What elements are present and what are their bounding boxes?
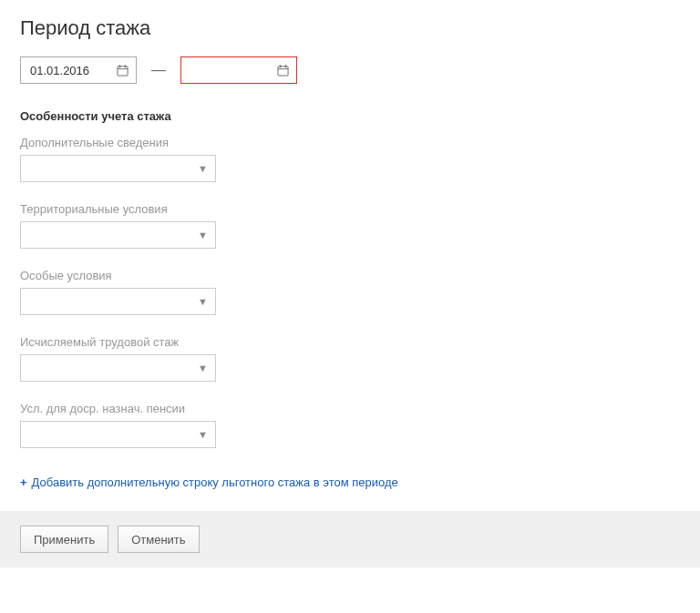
special-select[interactable]: ▼ — [20, 288, 216, 315]
add-row-label: Добавить дополнительную строку льготного… — [32, 475, 398, 489]
field-label: Особые условия — [20, 269, 680, 282]
field-label: Усл. для доср. назнач. пенсии — [20, 402, 680, 415]
svg-rect-3 — [125, 65, 126, 67]
calendar-icon[interactable] — [277, 65, 289, 77]
chevron-down-icon: ▼ — [198, 296, 208, 307]
svg-rect-7 — [285, 65, 286, 67]
cancel-button[interactable]: Отменить — [118, 526, 199, 553]
field-calculated: Исчисляемый трудовой стаж ▼ — [20, 335, 680, 382]
date-to-input[interactable] — [180, 56, 297, 84]
apply-button[interactable]: Применить — [20, 526, 108, 553]
footer-bar: Применить Отменить — [0, 511, 700, 567]
field-additional-info: Дополнительные сведения ▼ — [20, 136, 680, 182]
field-early-pension: Усл. для доср. назнач. пенсии ▼ — [20, 402, 680, 448]
chevron-down-icon: ▼ — [198, 163, 208, 174]
date-from-field[interactable] — [28, 63, 101, 78]
field-territorial: Территориальные условия ▼ — [20, 202, 680, 249]
field-label: Исчисляемый трудовой стаж — [20, 335, 680, 349]
calculated-select[interactable]: ▼ — [20, 354, 216, 382]
date-to-field[interactable] — [189, 63, 262, 78]
svg-rect-0 — [118, 66, 128, 75]
date-range-dash: — — [149, 62, 168, 78]
field-special: Особые условия ▼ — [20, 269, 680, 315]
svg-rect-2 — [119, 65, 120, 67]
date-range-row: — — [20, 56, 680, 84]
svg-rect-4 — [278, 66, 288, 75]
chevron-down-icon: ▼ — [198, 230, 208, 240]
section-title: Особенности учета стажа — [20, 109, 680, 123]
add-row-link[interactable]: + Добавить дополнительную строку льготно… — [20, 475, 398, 489]
field-label: Дополнительные сведения — [20, 136, 680, 149]
svg-rect-6 — [280, 65, 281, 67]
chevron-down-icon: ▼ — [198, 363, 208, 373]
date-from-input[interactable] — [20, 56, 137, 84]
plus-icon: + — [20, 475, 27, 489]
additional-info-select[interactable]: ▼ — [20, 155, 216, 182]
territorial-select[interactable]: ▼ — [20, 221, 216, 249]
chevron-down-icon: ▼ — [198, 429, 208, 440]
early-pension-select[interactable]: ▼ — [20, 421, 216, 448]
calendar-icon[interactable] — [117, 65, 129, 77]
page-title: Период стажа — [20, 16, 680, 40]
field-label: Территориальные условия — [20, 202, 680, 216]
